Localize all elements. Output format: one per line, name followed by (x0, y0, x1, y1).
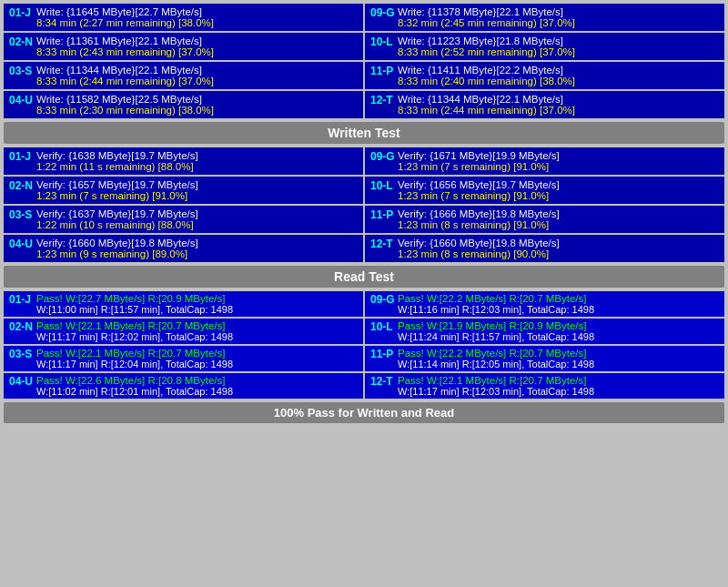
verify-line2-03S: 1:22 min (10 s remaining) [88.0%] (36, 219, 358, 230)
pass-id-03S: 03-S (9, 348, 36, 360)
verify-cell-11P: 11-P Verify: {1666 MByte}[19.8 MByte/s] … (365, 206, 724, 233)
pass-cell-11P: 11-P Pass! W:[22.2 MByte/s] R:[20.7 MByt… (365, 346, 724, 371)
pass-line1-12T: Pass! W:[22.1 MByte/s] R:[20.7 MByte/s] (398, 375, 719, 386)
pass-cell-12T: 12-T Pass! W:[22.1 MByte/s] R:[20.7 MByt… (365, 373, 724, 399)
pass-cell-03S: 03-S Pass! W:[22.1 MByte/s] R:[20.7 MByt… (4, 346, 363, 371)
cell-id-10L: 10-L (370, 35, 398, 48)
verify-section: 01-J Verify: {1638 MByte}[19.7 MByte/s] … (4, 147, 724, 262)
verify-line1-01J: Verify: {1638 MByte}[19.7 MByte/s] (36, 150, 358, 161)
pass-line1-10L: Pass! W:[21.9 MByte/s] R:[20.9 MByte/s] (398, 320, 719, 331)
verify-line1-11P: Verify: {1666 MByte}[19.8 MByte/s] (398, 208, 719, 219)
pass-id-10L: 10-L (370, 320, 398, 333)
verify-id-03S: 03-S (9, 208, 36, 221)
write-cell-03S: 03-S Write: {11344 MByte}[22.1 MByte/s] … (4, 62, 363, 89)
write-line1-02N: Write: {11361 MByte}[22.1 MByte/s] (36, 35, 358, 46)
verify-line2-02N: 1:23 min (7 s remaining) [91.0%] (36, 190, 358, 201)
verify-line1-02N: Verify: {1657 MByte}[19.7 MByte/s] (36, 179, 358, 190)
verify-line1-09G: Verify: {1671 MByte}[19.9 MByte/s] (398, 150, 719, 161)
cell-id-11P: 11-P (370, 65, 398, 77)
write-line1-09G: Write: {11378 MByte}[22.1 MByte/s] (398, 6, 719, 17)
pass-id-02N: 02-N (9, 320, 36, 333)
verify-line2-11P: 1:23 min (8 s remaining) [91.0%] (398, 219, 719, 230)
pass-id-04U: 04-U (9, 375, 36, 388)
cell-id-03S: 03-S (9, 65, 36, 77)
write-cell-10L: 10-L Write: {11223 MByte}[21.8 MByte/s] … (365, 33, 724, 60)
pass-line2-02N: W:[11:17 min] R:[12:02 min], TotalCap: 1… (36, 331, 358, 342)
cell-id-02N: 02-N (9, 35, 36, 48)
pass-line2-09G: W:[11:16 min] R:[12:03 min], TotalCap: 1… (398, 304, 719, 315)
pass-line2-04U: W:[11:02 min] R:[12:01 min], TotalCap: 1… (36, 386, 358, 397)
write-line2-10L: 8:33 min (2:52 min remaining) [37.0%] (398, 46, 719, 57)
pass-id-11P: 11-P (370, 348, 398, 360)
verify-id-11P: 11-P (370, 208, 398, 221)
read-section: 01-J Pass! W:[22.7 MByte/s] R:[20.9 MByt… (4, 291, 724, 399)
verify-id-09G: 09-G (370, 150, 398, 163)
pass-line2-10L: W:[11:24 min] R:[11:57 min], TotalCap: 1… (398, 331, 719, 342)
verify-line1-04U: Verify: {1660 MByte}[19.8 MByte/s] (36, 238, 358, 248)
pass-line2-11P: W:[11:14 min] R:[12:05 min], TotalCap: 1… (398, 359, 719, 369)
pass-line1-02N: Pass! W:[22.1 MByte/s] R:[20.7 MByte/s] (36, 320, 358, 331)
pass-line1-01J: Pass! W:[22.7 MByte/s] R:[20.9 MByte/s] (36, 293, 358, 304)
read-test-header: Read Test (4, 266, 724, 288)
verify-line2-01J: 1:22 min (11 s remaining) [88.0%] (36, 161, 358, 172)
pass-line2-01J: W:[11:00 min] R:[11:57 min], TotalCap: 1… (36, 304, 358, 315)
verify-line2-09G: 1:23 min (7 s remaining) [91.0%] (398, 161, 719, 172)
pass-id-09G: 09-G (370, 293, 398, 306)
write-line1-01J: Write: {11645 MByte}[22.7 MByte/s] (36, 6, 358, 17)
pass-line1-09G: Pass! W:[22.2 MByte/s] R:[20.7 MByte/s] (398, 293, 719, 304)
verify-cell-03S: 03-S Verify: {1637 MByte}[19.7 MByte/s] … (4, 206, 363, 233)
cell-id-04U: 04-U (9, 94, 36, 106)
write-line2-01J: 8:34 min (2:27 min remaining) [38.0%] (36, 17, 358, 28)
write-section: 01-J Write: {11645 MByte}[22.7 MByte/s] … (4, 4, 724, 118)
pass-line1-11P: Pass! W:[22.2 MByte/s] R:[20.7 MByte/s] (398, 348, 719, 359)
verify-id-10L: 10-L (370, 179, 398, 192)
verify-cell-02N: 02-N Verify: {1657 MByte}[19.7 MByte/s] … (4, 177, 363, 204)
write-cell-01J: 01-J Write: {11645 MByte}[22.7 MByte/s] … (4, 4, 363, 31)
verify-cell-12T: 12-T Verify: {1660 MByte}[19.8 MByte/s] … (365, 235, 724, 262)
verify-id-12T: 12-T (370, 238, 398, 250)
verify-cell-04U: 04-U Verify: {1660 MByte}[19.8 MByte/s] … (4, 235, 363, 262)
write-line1-11P: Write: {11411 MByte}[22.2 MByte/s] (398, 65, 719, 76)
cell-id-01J: 01-J (9, 6, 36, 19)
main-container: 01-J Write: {11645 MByte}[22.7 MByte/s] … (0, 0, 728, 427)
write-line1-04U: Write: {11582 MByte}[22.5 MByte/s] (36, 94, 358, 105)
verify-line2-12T: 1:23 min (8 s remaining) [90.0%] (398, 248, 719, 259)
verify-line1-10L: Verify: {1656 MByte}[19.7 MByte/s] (398, 179, 719, 190)
cell-id-12T: 12-T (370, 94, 398, 106)
pass-id-12T: 12-T (370, 375, 398, 388)
pass-line2-12T: W:[11:17 min] R:[12:03 min], TotalCap: 1… (398, 386, 719, 397)
write-cell-12T: 12-T Write: {11344 MByte}[22.1 MByte/s] … (365, 91, 724, 118)
verify-line2-04U: 1:23 min (9 s remaining) [89.0%] (36, 248, 358, 259)
pass-line2-03S: W:[11:17 min] R:[12:04 min], TotalCap: 1… (36, 359, 358, 369)
verify-cell-01J: 01-J Verify: {1638 MByte}[19.7 MByte/s] … (4, 147, 363, 175)
verify-cell-10L: 10-L Verify: {1656 MByte}[19.7 MByte/s] … (365, 177, 724, 204)
write-line2-02N: 8:33 min (2:43 min remaining) [37.0%] (36, 46, 358, 57)
verify-id-01J: 01-J (9, 150, 36, 163)
write-cell-09G: 09-G Write: {11378 MByte}[22.1 MByte/s] … (365, 4, 724, 31)
write-line1-03S: Write: {11344 MByte}[22.1 MByte/s] (36, 65, 358, 76)
write-cell-11P: 11-P Write: {11411 MByte}[22.2 MByte/s] … (365, 62, 724, 89)
pass-cell-04U: 04-U Pass! W:[22.6 MByte/s] R:[20.8 MByt… (4, 373, 363, 399)
write-line1-10L: Write: {11223 MByte}[21.8 MByte/s] (398, 35, 719, 46)
verify-line1-03S: Verify: {1637 MByte}[19.7 MByte/s] (36, 208, 358, 219)
write-line2-04U: 8:33 min (2:30 min remaining) [38.0%] (36, 105, 358, 116)
pass-cell-02N: 02-N Pass! W:[22.1 MByte/s] R:[20.7 MByt… (4, 319, 363, 344)
pass-line1-03S: Pass! W:[22.1 MByte/s] R:[20.7 MByte/s] (36, 348, 358, 359)
pass-cell-10L: 10-L Pass! W:[21.9 MByte/s] R:[20.9 MByt… (365, 319, 724, 344)
write-line2-09G: 8:32 min (2:45 min remaining) [37.0%] (398, 17, 719, 28)
footer-status: 100% Pass for Written and Read (4, 402, 724, 423)
verify-line1-12T: Verify: {1660 MByte}[19.8 MByte/s] (398, 238, 719, 248)
pass-cell-09G: 09-G Pass! W:[22.2 MByte/s] R:[20.7 MByt… (365, 291, 724, 317)
pass-id-01J: 01-J (9, 293, 36, 306)
write-line1-12T: Write: {11344 MByte}[22.1 MByte/s] (398, 94, 719, 105)
verify-cell-09G: 09-G Verify: {1671 MByte}[19.9 MByte/s] … (365, 147, 724, 175)
write-line2-11P: 8:33 min (2:40 min remaining) [38.0%] (398, 76, 719, 86)
pass-cell-01J: 01-J Pass! W:[22.7 MByte/s] R:[20.9 MByt… (4, 291, 363, 317)
write-line2-03S: 8:33 min (2:44 min remaining) [37.0%] (36, 76, 358, 86)
written-test-header: Written Test (4, 122, 724, 144)
verify-line2-10L: 1:23 min (7 s remaining) [91.0%] (398, 190, 719, 201)
write-cell-02N: 02-N Write: {11361 MByte}[22.1 MByte/s] … (4, 33, 363, 60)
verify-id-04U: 04-U (9, 238, 36, 250)
pass-line1-04U: Pass! W:[22.6 MByte/s] R:[20.8 MByte/s] (36, 375, 358, 386)
write-cell-04U: 04-U Write: {11582 MByte}[22.5 MByte/s] … (4, 91, 363, 118)
